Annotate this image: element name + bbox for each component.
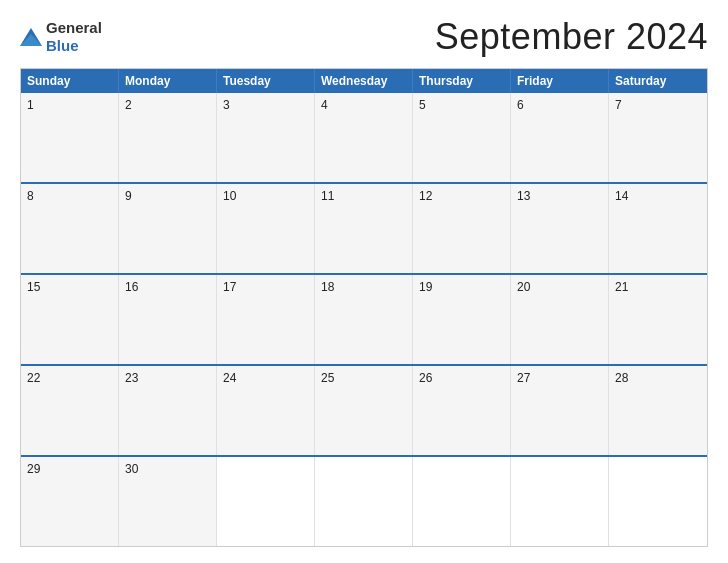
day-9: 9 (119, 184, 217, 273)
svg-marker-1 (20, 34, 42, 46)
day-27: 27 (511, 366, 609, 455)
day-headers-row: Sunday Monday Tuesday Wednesday Thursday… (21, 69, 707, 93)
week-1: 1 2 3 4 5 6 7 (21, 93, 707, 182)
header-tuesday: Tuesday (217, 69, 315, 93)
day-7: 7 (609, 93, 707, 182)
day-2: 2 (119, 93, 217, 182)
day-empty-4 (511, 457, 609, 546)
header-friday: Friday (511, 69, 609, 93)
day-empty-1 (217, 457, 315, 546)
day-20: 20 (511, 275, 609, 364)
week-2: 8 9 10 11 12 13 14 (21, 182, 707, 273)
logo-general: General (46, 19, 102, 36)
day-15: 15 (21, 275, 119, 364)
header-thursday: Thursday (413, 69, 511, 93)
day-11: 11 (315, 184, 413, 273)
header-sunday: Sunday (21, 69, 119, 93)
day-13: 13 (511, 184, 609, 273)
logo-icon (20, 28, 42, 46)
day-empty-5 (609, 457, 707, 546)
day-4: 4 (315, 93, 413, 182)
day-22: 22 (21, 366, 119, 455)
day-empty-2 (315, 457, 413, 546)
day-19: 19 (413, 275, 511, 364)
header-wednesday: Wednesday (315, 69, 413, 93)
day-6: 6 (511, 93, 609, 182)
day-10: 10 (217, 184, 315, 273)
week-5: 29 30 (21, 455, 707, 546)
logo-text: General Blue (46, 19, 102, 55)
week-4: 22 23 24 25 26 27 28 (21, 364, 707, 455)
calendar-page: General Blue September 2024 Sunday Monda… (0, 0, 728, 563)
day-14: 14 (609, 184, 707, 273)
calendar-title: September 2024 (435, 16, 708, 58)
header: General Blue September 2024 (20, 16, 708, 58)
day-8: 8 (21, 184, 119, 273)
day-1: 1 (21, 93, 119, 182)
day-29: 29 (21, 457, 119, 546)
day-16: 16 (119, 275, 217, 364)
day-5: 5 (413, 93, 511, 182)
week-3: 15 16 17 18 19 20 21 (21, 273, 707, 364)
calendar-grid: Sunday Monday Tuesday Wednesday Thursday… (20, 68, 708, 547)
day-3: 3 (217, 93, 315, 182)
day-empty-3 (413, 457, 511, 546)
day-25: 25 (315, 366, 413, 455)
day-26: 26 (413, 366, 511, 455)
day-21: 21 (609, 275, 707, 364)
logo: General Blue (20, 19, 102, 55)
day-12: 12 (413, 184, 511, 273)
day-18: 18 (315, 275, 413, 364)
header-saturday: Saturday (609, 69, 707, 93)
day-24: 24 (217, 366, 315, 455)
weeks-container: 1 2 3 4 5 6 7 8 9 10 11 12 13 14 15 16 (21, 93, 707, 546)
header-monday: Monday (119, 69, 217, 93)
day-30: 30 (119, 457, 217, 546)
day-28: 28 (609, 366, 707, 455)
day-23: 23 (119, 366, 217, 455)
logo-blue: Blue (46, 37, 79, 54)
day-17: 17 (217, 275, 315, 364)
